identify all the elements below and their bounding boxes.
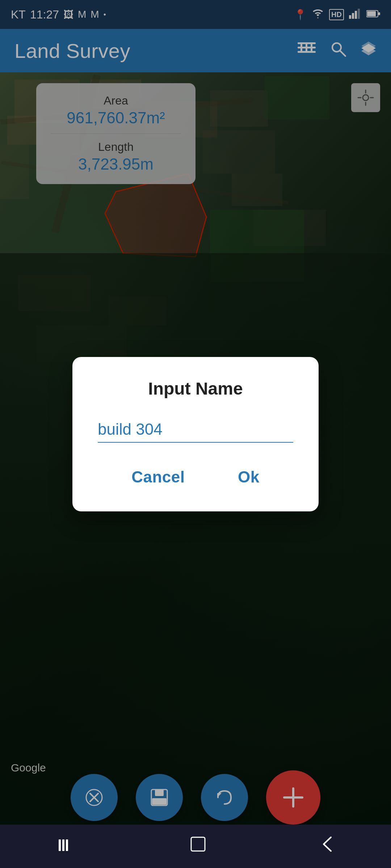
nav-home-icon[interactable] [190,836,206,857]
ok-button[interactable]: Ok [223,461,274,493]
cancel-button[interactable]: Cancel [117,461,199,493]
dialog-title: Input Name [94,379,297,399]
svg-rect-36 [191,837,205,851]
dialog-buttons: Cancel Ok [94,461,297,493]
dialog-input-wrapper [94,417,297,443]
nav-menu-icon[interactable] [57,836,75,857]
svg-rect-34 [62,839,64,851]
navigation-bar [0,825,391,868]
input-name-dialog: Input Name Cancel Ok [72,357,319,511]
svg-rect-33 [59,839,61,851]
nav-back-icon[interactable] [321,836,334,857]
dialog-overlay: Input Name Cancel Ok [0,0,391,868]
name-input[interactable] [98,417,293,443]
svg-rect-35 [66,839,68,851]
